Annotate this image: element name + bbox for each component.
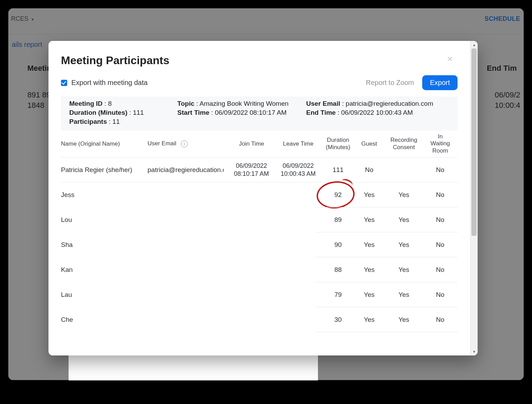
table-row: Sha 90 Yes Yes No — [61, 232, 458, 257]
cell-guest: Yes — [355, 216, 383, 224]
col-leave-time[interactable]: Leave Time — [276, 140, 321, 147]
col-join-time[interactable]: Join Time — [227, 140, 276, 147]
cell-name: Che — [61, 316, 148, 324]
table-row: Lau 79 Yes Yes No — [61, 282, 458, 307]
cell-guest: No — [355, 166, 383, 174]
cell-waiting: No — [425, 291, 456, 299]
scroll-up-icon[interactable]: ▴ — [470, 41, 478, 49]
cell-duration: 92 — [321, 191, 355, 199]
cell-name: Lou — [61, 216, 148, 224]
cell-consent: Yes — [383, 191, 425, 199]
col-guest[interactable]: Guest — [355, 140, 383, 147]
table-row: Che 30 Yes Yes No — [61, 307, 458, 332]
modal-title: Meeting Participants — [48, 41, 470, 75]
cell-leave: 06/09/202210:00:43 AM — [276, 162, 321, 178]
cell-name: Patricia Regier (she/her) — [61, 166, 148, 174]
cell-email — [148, 191, 227, 199]
table-header: Name (Original Name) User Email i Join T… — [61, 130, 458, 157]
cell-guest: Yes — [355, 266, 383, 274]
cell-email — [148, 241, 227, 249]
cell-duration: 79 — [321, 291, 355, 299]
cell-waiting: No — [425, 216, 456, 224]
col-user-email[interactable]: User Email i — [148, 140, 227, 147]
cell-waiting: No — [425, 241, 456, 249]
cell-name: Kan — [61, 266, 148, 274]
export-checkbox-label: Export with meeting data — [71, 79, 148, 87]
col-duration[interactable]: Duration (Minutes) — [321, 137, 355, 151]
cell-duration: 111 — [321, 166, 355, 174]
scrollbar-thumb[interactable] — [471, 49, 477, 236]
report-to-zoom-link[interactable]: Report to Zoom — [366, 79, 414, 87]
scrollbar-track[interactable] — [470, 49, 478, 348]
participants-table: Name (Original Name) User Email i Join T… — [48, 130, 470, 332]
cell-waiting: No — [425, 191, 456, 199]
table-row: Jess 92 Yes Yes No — [61, 182, 458, 207]
annotation-circle — [315, 179, 356, 210]
export-meeting-data-checkbox[interactable] — [61, 80, 67, 86]
col-in-waiting-room[interactable]: In Waiting Room — [425, 133, 456, 154]
cell-consent: Yes — [383, 291, 425, 299]
cell-guest: Yes — [355, 191, 383, 199]
cell-name: Lau — [61, 291, 148, 299]
cell-duration: 90 — [321, 241, 355, 249]
meeting-meta-card: Meeting ID : 8 Topic : Amazing Book Writ… — [61, 96, 458, 130]
cell-guest: Yes — [355, 316, 383, 324]
cell-name: Jess — [61, 191, 148, 199]
modal-scrollbar[interactable]: ▴ ▾ — [470, 41, 478, 355]
table-row: Kan 88 Yes Yes No — [61, 257, 458, 282]
cell-waiting: No — [425, 266, 456, 274]
col-recording-consent[interactable]: Recording Consent — [383, 137, 425, 151]
cell-email — [148, 266, 227, 274]
cell-consent: Yes — [383, 266, 425, 274]
cell-name: Sha — [61, 241, 148, 249]
cell-email — [148, 216, 227, 224]
close-icon[interactable]: × — [447, 54, 453, 64]
col-name[interactable]: Name (Original Name) — [61, 140, 148, 147]
participants-modal: ▴ ▾ Meeting Participants × Export with m… — [48, 41, 478, 355]
cell-consent: Yes — [383, 216, 425, 224]
cell-waiting: No — [425, 166, 456, 174]
cell-guest: Yes — [355, 291, 383, 299]
cell-join: 06/09/202208:10:17 AM — [227, 162, 276, 178]
cell-duration: 30 — [321, 316, 355, 324]
cell-consent: Yes — [383, 316, 425, 324]
action-row: Export with meeting data Report to Zoom … — [48, 75, 470, 96]
cell-duration: 88 — [321, 266, 355, 274]
cell-email — [148, 316, 227, 324]
cell-email — [148, 291, 227, 299]
table-row: Patricia Regier (she/her) patricia@regie… — [61, 157, 458, 182]
cell-consent: Yes — [383, 241, 425, 249]
extra-white-bar — [69, 355, 318, 380]
export-button[interactable]: Export — [422, 75, 458, 90]
cell-waiting: No — [425, 316, 456, 324]
cell-duration: 89 — [321, 216, 355, 224]
info-icon[interactable]: i — [181, 140, 188, 147]
cell-guest: Yes — [355, 241, 383, 249]
table-row: Lou 89 Yes Yes No — [61, 207, 458, 232]
cell-email: patricia@regiereducation.c… — [148, 166, 227, 174]
